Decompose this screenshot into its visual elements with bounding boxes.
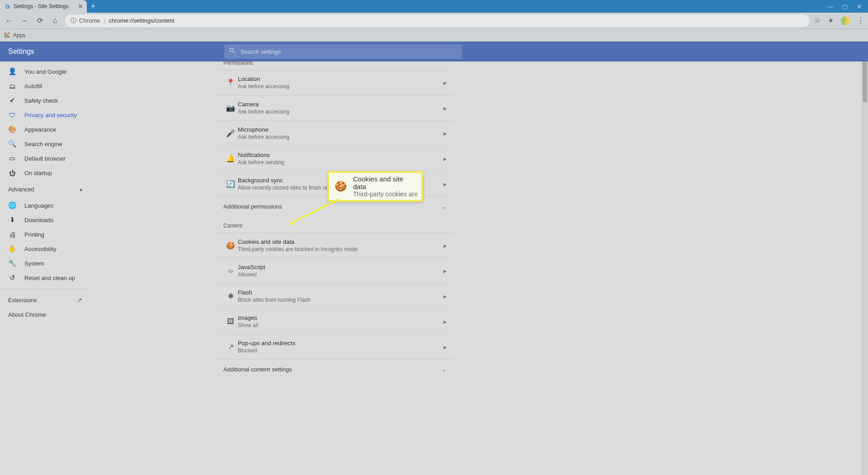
sidebar-item-downloads[interactable]: ⬇Downloads	[0, 213, 90, 227]
bell-icon: 🔔	[223, 154, 238, 163]
callout-subtitle: Third-party cookies are	[353, 190, 418, 198]
chevron-right-icon: ▸	[443, 79, 447, 86]
scrollbar-thumb[interactable]	[863, 62, 867, 102]
settings-main-panel: Permissions 📍 LocationAsk before accessi…	[216, 62, 454, 475]
gear-icon	[4, 3, 10, 10]
accessibility-icon: ✋	[8, 245, 16, 253]
callout-title: Cookies and site data	[353, 175, 418, 190]
extensions-icon[interactable]: ✶	[828, 16, 834, 25]
chevron-down-icon: ⌄	[442, 203, 447, 210]
profile-avatar[interactable]	[841, 16, 850, 25]
sidebar-item-reset[interactable]: ↺Reset and clean up	[0, 271, 90, 285]
sidebar-item-about-chrome[interactable]: About Chrome	[0, 307, 90, 322]
sidebar-item-accessibility[interactable]: ✋Accessibility	[0, 242, 90, 256]
print-icon: 🖨	[8, 231, 16, 238]
sidebar-item-languages[interactable]: 🌐Languages	[0, 198, 90, 213]
row-notifications[interactable]: 🔔 NotificationsAsk before sending ▸	[216, 146, 454, 171]
sidebar-item-on-startup[interactable]: ⏻On startup	[0, 166, 90, 180]
shield-icon: 🛡	[8, 111, 16, 119]
page-title: Settings	[8, 48, 216, 56]
sidebar-item-you-and-google[interactable]: 👤You and Google	[0, 64, 90, 79]
location-icon: 📍	[223, 78, 238, 87]
browser-toolbar: ← → ⟳ ⌂ ⓘ Chrome | chrome://settings/con…	[0, 13, 868, 29]
clipboard-icon: 🗂	[8, 82, 16, 90]
annotation-callout: 🍪 Cookies and site data Third-party cook…	[327, 171, 423, 202]
new-tab-button[interactable]: +	[87, 0, 99, 13]
bookmarks-bar: Apps	[0, 29, 868, 42]
sidebar-item-autofill[interactable]: 🗂Autofill	[0, 79, 90, 93]
check-shield-icon: ✔	[8, 96, 16, 104]
restore-icon: ↺	[8, 274, 16, 282]
settings-search[interactable]	[224, 44, 462, 59]
sidebar-item-default-browser[interactable]: ▭Default browser	[0, 151, 90, 166]
settings-header: Settings	[0, 42, 868, 62]
row-popups[interactable]: ↗ Pop-ups and redirectsBlocked ▸	[216, 334, 454, 359]
row-location[interactable]: 📍 LocationAsk before accessing ▸	[216, 70, 454, 95]
sidebar-item-printing[interactable]: 🖨Printing	[0, 227, 90, 242]
camera-icon: 📷	[223, 104, 238, 112]
code-icon: ‹›	[223, 267, 238, 275]
sidebar-advanced-toggle[interactable]: Advanced ▴	[0, 180, 90, 198]
chevron-right-icon: ▸	[443, 318, 447, 325]
search-icon: 🔍	[8, 140, 16, 148]
chevron-up-icon: ▴	[80, 186, 82, 192]
address-bar[interactable]: ⓘ Chrome | chrome://settings/content	[65, 14, 810, 27]
close-tab-icon[interactable]: ✕	[78, 3, 83, 10]
chevron-right-icon: ▸	[443, 267, 447, 275]
download-icon: ⬇	[8, 216, 16, 224]
row-cookies[interactable]: 🍪 Cookies and site dataThird-party cooki…	[216, 233, 454, 258]
sidebar-item-system[interactable]: 🔧System	[0, 256, 90, 271]
home-button[interactable]: ⌂	[50, 15, 61, 26]
sidebar-item-safety-check[interactable]: ✔Safety check	[0, 93, 90, 108]
sidebar-item-search-engine[interactable]: 🔍Search engine	[0, 137, 90, 151]
tab-title: Settings - Site Settings	[14, 3, 74, 10]
section-content-title: Content	[216, 216, 454, 233]
minimize-button[interactable]: —	[827, 3, 833, 10]
power-icon: ⏻	[8, 169, 16, 177]
expander-additional-content[interactable]: Additional content settings ⌄	[216, 359, 454, 379]
row-javascript[interactable]: ‹› JavaScriptAllowed ▸	[216, 258, 454, 283]
sync-icon: 🔄	[223, 180, 238, 188]
row-images[interactable]: 🖼 ImagesShow all ▸	[216, 309, 454, 334]
globe-icon: 🌐	[8, 201, 16, 209]
chevron-right-icon: ▸	[443, 180, 447, 188]
sidebar-item-extensions[interactable]: Extensions ↗	[0, 293, 90, 307]
cookie-icon: 🍪	[335, 180, 347, 192]
sidebar-item-appearance[interactable]: 🎨Appearance	[0, 122, 90, 137]
content-area: 👤You and Google 🗂Autofill ✔Safety check …	[0, 62, 868, 475]
bookmark-star-icon[interactable]: ☆	[814, 16, 821, 25]
row-microphone[interactable]: 🎤 MicrophoneAsk before accessing ▸	[216, 120, 454, 146]
back-button[interactable]: ←	[4, 15, 14, 26]
vertical-scrollbar[interactable]	[862, 62, 868, 475]
chevron-right-icon: ▸	[443, 130, 447, 137]
microphone-icon: 🎤	[223, 129, 238, 138]
open-in-new-icon: ↗	[77, 296, 82, 304]
forward-button[interactable]: →	[19, 15, 30, 26]
image-icon: 🖼	[223, 318, 238, 326]
url-scheme-label: Chrome	[79, 17, 100, 24]
row-flash[interactable]: ✱ FlashBlock sites from running Flash ▸	[216, 283, 454, 309]
close-window-button[interactable]: ✕	[857, 3, 862, 10]
settings-sidebar: 👤You and Google 🗂Autofill ✔Safety check …	[0, 62, 90, 322]
section-permissions-title: Permissions	[216, 60, 454, 70]
chevron-right-icon: ▸	[443, 104, 447, 112]
apps-label[interactable]: Apps	[13, 32, 25, 38]
chevron-right-icon: ▸	[443, 155, 447, 162]
apps-icon[interactable]	[5, 33, 9, 38]
reload-button[interactable]: ⟳	[34, 15, 45, 26]
plugin-icon: ✱	[223, 292, 238, 300]
row-camera[interactable]: 📷 CameraAsk before accessing ▸	[216, 95, 454, 120]
person-icon: 👤	[8, 67, 16, 76]
kebab-menu-icon[interactable]: ⋮	[857, 16, 864, 25]
chevron-right-icon: ▸	[443, 343, 447, 351]
sidebar-item-privacy-and-security[interactable]: 🛡Privacy and security	[0, 108, 90, 122]
site-info-icon[interactable]: ⓘ	[71, 17, 76, 25]
window-controls: — ▢ ✕	[821, 0, 868, 13]
settings-search-input[interactable]	[241, 48, 458, 55]
browser-tab[interactable]: Settings - Site Settings ✕	[0, 0, 87, 13]
chevron-right-icon: ▸	[443, 293, 447, 300]
browser-icon: ▭	[8, 154, 16, 162]
maximize-button[interactable]: ▢	[842, 3, 848, 10]
chevron-right-icon: ▸	[443, 242, 447, 249]
chevron-down-icon: ⌄	[442, 366, 447, 373]
